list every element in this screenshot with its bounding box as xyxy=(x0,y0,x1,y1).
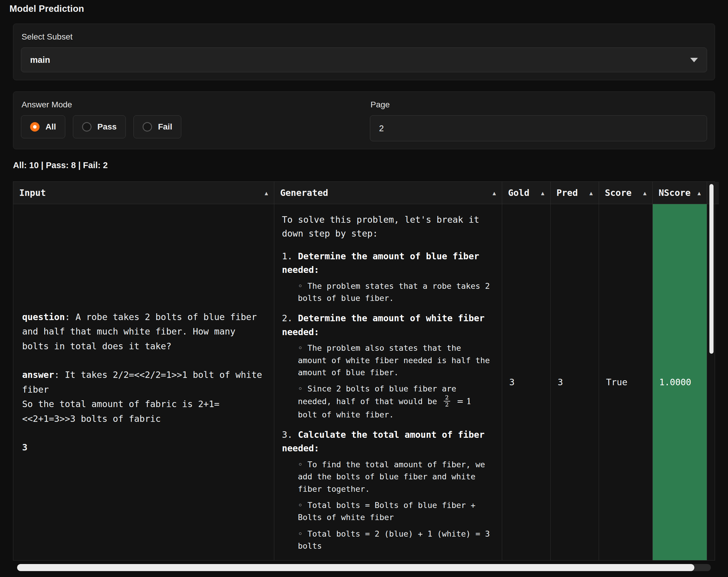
sort-ascending-icon: ▲ xyxy=(493,190,496,196)
radio-circle-icon xyxy=(142,122,152,132)
sort-ascending-icon: ▲ xyxy=(541,190,544,196)
sort-ascending-icon: ▲ xyxy=(590,190,593,196)
answer-block: answer: It takes 2/2=<<2/2=1>>1 bolt of … xyxy=(22,367,265,426)
chevron-down-icon xyxy=(690,58,698,62)
column-header-input[interactable]: Input ▲ xyxy=(13,182,274,204)
bullet-text: Total bolts = 2 (blue) + 1 (white) = 3 b… xyxy=(298,529,490,550)
step-number: 3. xyxy=(282,430,292,440)
radio-option-label: Pass xyxy=(98,122,116,132)
bullet-marker-icon: ◦ xyxy=(298,344,303,353)
column-header-label: Generated xyxy=(280,188,328,198)
radio-option-pass[interactable]: Pass xyxy=(73,115,126,138)
step-title: 3. Calculate the total amount of fiber n… xyxy=(282,428,494,456)
page-label: Page xyxy=(370,100,707,109)
subset-dropdown-value: main xyxy=(30,55,50,65)
bullet-text: Since 2 bolts of blue fiber are needed, … xyxy=(298,384,456,406)
math-fraction: 22 xyxy=(444,394,450,408)
score-value: True xyxy=(606,377,627,387)
table-header-row: Input ▲ Generated ▲ Gold ▲ Pred ▲ Score xyxy=(13,182,715,204)
generated-step-1: 1. Determine the amount of blue fiber ne… xyxy=(282,250,494,304)
bullet-item: ◦ Total bolts = Bolts of blue fiber + Bo… xyxy=(282,499,494,524)
bullet-item: ◦ The problem states that a robe takes 2… xyxy=(282,280,494,304)
final-answer: 3 xyxy=(22,440,265,455)
answer-line: answer: It takes 2/2=<<2/2=1>>1 bolt of … xyxy=(22,367,265,397)
radio-option-fail[interactable]: Fail xyxy=(133,115,181,138)
bullet-item: ◦ Since 2 bolts of blue fiber are needed… xyxy=(282,383,494,421)
question-block: question: A robe takes 2 bolts of blue f… xyxy=(22,310,265,354)
answer-mode-label: Answer Mode xyxy=(22,100,358,109)
bullet-text: The problem states that a robe takes 2 b… xyxy=(298,281,490,303)
column-header-label: Gold xyxy=(508,188,529,198)
cell-nscore[interactable]: 1.0000 xyxy=(653,204,707,560)
radio-circle-icon xyxy=(30,122,40,132)
step-title: 2. Determine the amount of white fiber n… xyxy=(282,311,494,339)
step-title: 1. Determine the amount of blue fiber ne… xyxy=(282,250,494,277)
column-header-label: Pred xyxy=(556,188,578,198)
answer-line: <<2+1=3>>3 bolts of fabric xyxy=(22,412,265,426)
bullet-marker-icon: ◦ xyxy=(298,281,303,291)
bullet-text: Total bolts = Bolts of blue fiber + Bolt… xyxy=(298,501,475,522)
answer-separator: : xyxy=(54,369,64,380)
column-header-score[interactable]: Score ▲ xyxy=(599,182,653,204)
cell-input[interactable]: question: A robe takes 2 bolts of blue f… xyxy=(13,204,274,560)
table-row: question: A robe takes 2 bolts of blue f… xyxy=(13,204,715,560)
column-header-generated[interactable]: Generated ▲ xyxy=(274,182,502,204)
bullet-text: The problem also states that the amount … xyxy=(298,344,490,377)
page-group: Page xyxy=(370,100,707,141)
vertical-scrollbar[interactable] xyxy=(709,184,713,354)
app-root: Model Prediction Select Subset main Answ… xyxy=(0,0,728,571)
generated-step-3: 3. Calculate the total amount of fiber n… xyxy=(282,428,494,552)
math-equals: = 1 xyxy=(457,396,471,406)
select-subset-panel: Select Subset main xyxy=(13,24,715,80)
step-title-text: Determine the amount of blue fiber neede… xyxy=(282,251,479,275)
page-input[interactable] xyxy=(370,115,707,141)
question-separator: : xyxy=(65,312,76,322)
horizontal-scrollbar-track[interactable] xyxy=(17,564,711,571)
answer-label: answer xyxy=(22,369,54,380)
horizontal-scrollbar-thumb[interactable] xyxy=(17,564,694,571)
bullet-marker-icon: ◦ xyxy=(298,501,303,510)
column-header-nscore[interactable]: NScore ▲ xyxy=(653,182,707,204)
radio-option-label: Fail xyxy=(158,122,172,132)
bullet-marker-icon: ◦ xyxy=(298,460,303,469)
column-header-pred[interactable]: Pred ▲ xyxy=(551,182,599,204)
gold-value: 3 xyxy=(509,377,515,387)
fraction-numerator: 2 xyxy=(444,394,450,402)
cell-gold[interactable]: 3 xyxy=(502,204,551,560)
cell-score[interactable]: True xyxy=(599,204,653,560)
sort-ascending-icon: ▲ xyxy=(265,190,268,196)
select-subset-label: Select Subset xyxy=(22,32,707,42)
step-number: 1. xyxy=(282,251,292,262)
stats-summary: All: 10 | Pass: 8 | Fail: 2 xyxy=(13,161,715,170)
answer-mode-group: Answer Mode All Pass Fail xyxy=(21,100,358,141)
column-header-label: NScore xyxy=(659,188,691,198)
page-title: Model Prediction xyxy=(9,3,719,14)
bullet-item: ◦ The problem also states that the amoun… xyxy=(282,342,494,379)
bullet-item: ◦ Total bolts = 2 (blue) + 1 (white) = 3… xyxy=(282,528,494,552)
subset-dropdown[interactable]: main xyxy=(21,48,707,72)
column-header-label: Score xyxy=(605,188,631,198)
bullet-text: To find the total amount of fiber, we ad… xyxy=(298,460,485,494)
cell-generated[interactable]: To solve this problem, let's break it do… xyxy=(274,204,502,560)
bullet-marker-icon: ◦ xyxy=(298,529,303,538)
results-table-wrap: Input ▲ Generated ▲ Gold ▲ Pred ▲ Score xyxy=(13,182,715,571)
radio-circle-icon xyxy=(82,122,92,132)
bullet-text: bolt of white fiber. xyxy=(298,410,394,419)
answer-line: So the total amount of fabric is 2+1= xyxy=(22,397,265,412)
fraction-denominator: 2 xyxy=(444,402,450,408)
cell-pred[interactable]: 3 xyxy=(551,204,599,560)
input-content: question: A robe takes 2 bolts of blue f… xyxy=(22,310,265,455)
column-header-label: Input xyxy=(19,188,46,198)
generated-intro: To solve this problem, let's break it do… xyxy=(282,213,494,241)
column-header-gold[interactable]: Gold ▲ xyxy=(502,182,551,204)
bullet-marker-icon: ◦ xyxy=(298,384,303,393)
radio-option-all[interactable]: All xyxy=(21,115,65,138)
step-number: 2. xyxy=(282,313,292,323)
question-label: question xyxy=(22,312,65,322)
generated-step-2: 2. Determine the amount of white fiber n… xyxy=(282,311,494,421)
sort-ascending-icon: ▲ xyxy=(643,190,647,196)
step-title-text: Calculate the total amount of fiber need… xyxy=(282,430,485,454)
step-title-text: Determine the amount of white fiber need… xyxy=(282,313,485,337)
nscore-value: 1.0000 xyxy=(659,377,691,387)
pred-value: 3 xyxy=(558,377,563,387)
